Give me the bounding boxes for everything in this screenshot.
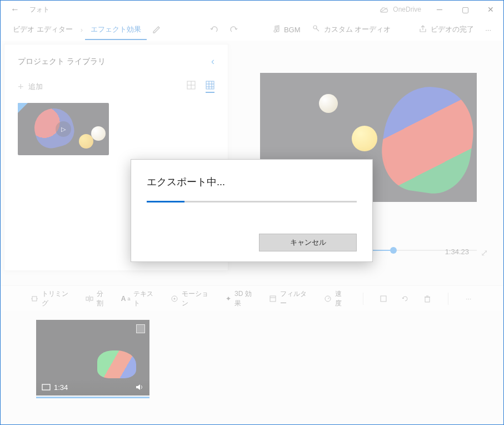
clip-icon [42, 384, 51, 391]
chevron-right-icon: › [81, 26, 83, 34]
volume-icon[interactable] [135, 383, 144, 391]
redo-button[interactable] [224, 25, 244, 34]
export-dialog: エクスポート中... キャンセル [131, 159, 373, 262]
3d-effects-button[interactable]: ✦ 3D 効果 [226, 289, 257, 308]
play-icon: ▷ [56, 121, 71, 137]
selected-corner-icon [18, 103, 28, 113]
clip-duration: 1:34 [54, 383, 68, 392]
trimming-button[interactable]: トリミング [31, 289, 73, 308]
storyboard-more-button[interactable]: ··· [464, 295, 473, 303]
motion-button[interactable]: モーション [171, 289, 213, 308]
emoji-sticker [352, 126, 377, 151]
text-button[interactable]: A a テキスト [121, 289, 159, 308]
svg-rect-18 [270, 296, 276, 302]
rotate-button[interactable] [401, 294, 410, 303]
grid-large-icon[interactable] [187, 81, 196, 93]
preview-timecode: 1:34.23 [445, 248, 469, 256]
cloud-icon [380, 6, 390, 13]
filter-button[interactable]: フィルター [269, 289, 312, 308]
speed-button[interactable]: 速度 [324, 289, 347, 308]
storyboard-toolbar: トリミング 分割 A a テキスト モーション ✦ 3D 効果 フィルター 速度… [1, 285, 503, 311]
speed-icon [324, 295, 332, 303]
breadcrumb-video-editor[interactable]: ビデオ エディター [7, 24, 78, 34]
custom-audio-button[interactable]: カスタム オーディオ [306, 24, 397, 35]
delete-button[interactable] [423, 294, 432, 303]
panel-title: プロジェクト ライブラリ [18, 57, 106, 67]
edit-title-button[interactable] [147, 25, 167, 34]
svg-rect-22 [381, 296, 386, 302]
export-progress-bar [147, 201, 357, 202]
motion-icon [171, 295, 178, 303]
svg-line-21 [328, 298, 330, 299]
cancel-button[interactable]: キャンセル [259, 234, 357, 251]
grid-small-icon[interactable] [206, 81, 214, 93]
split-button[interactable]: 分割 [86, 289, 109, 308]
svg-rect-14 [86, 297, 88, 300]
add-button[interactable]: + 追加 [18, 81, 43, 93]
sparkle-icon: ✦ [226, 295, 231, 303]
svg-rect-10 [32, 296, 37, 301]
maximize-button[interactable]: ▢ [452, 1, 478, 18]
undo-button[interactable] [204, 25, 224, 34]
clip-selection-bar [36, 397, 149, 398]
svg-rect-26 [42, 384, 50, 390]
app-title: フォト [29, 5, 49, 14]
plus-icon: + [18, 81, 24, 93]
svg-rect-5 [206, 81, 214, 89]
music-icon [272, 24, 281, 35]
clip-checkbox[interactable] [136, 324, 145, 333]
top-toolbar: ビデオ エディター › エフェクト効果 BGM カスタム オーディオ ビデオの完… [1, 18, 503, 41]
fullscreen-button[interactable]: ⤢ [481, 248, 488, 258]
close-button[interactable]: ✕ [478, 1, 503, 18]
export-icon [418, 24, 427, 35]
text-icon: A [121, 295, 126, 303]
svg-rect-15 [91, 297, 93, 300]
more-button[interactable]: ··· [480, 26, 497, 34]
trim-icon [31, 295, 38, 303]
window-titlebar: ← フォト OneDrive ─ ▢ ✕ [1, 1, 503, 18]
svg-rect-23 [425, 297, 430, 302]
dialog-title: エクスポート中... [147, 175, 357, 189]
breadcrumb-effects[interactable]: エフェクト効果 [85, 24, 147, 40]
onedrive-status[interactable]: OneDrive [380, 6, 421, 13]
panel-back-button[interactable]: ‹ [211, 56, 214, 67]
svg-point-17 [174, 298, 176, 299]
onedrive-label: OneDrive [393, 6, 421, 13]
minimize-button[interactable]: ─ [427, 1, 452, 18]
finish-video-button[interactable]: ビデオの完了 [413, 24, 480, 35]
back-button[interactable]: ← [5, 4, 25, 14]
library-clip-thumbnail[interactable]: ▷ [18, 103, 109, 155]
bgm-button[interactable]: BGM [266, 24, 306, 35]
storyboard-clip[interactable]: 1:34 [36, 320, 149, 396]
crop-button[interactable] [379, 294, 388, 303]
mic-icon [312, 24, 321, 35]
filter-icon [269, 295, 277, 303]
split-icon [86, 295, 93, 303]
